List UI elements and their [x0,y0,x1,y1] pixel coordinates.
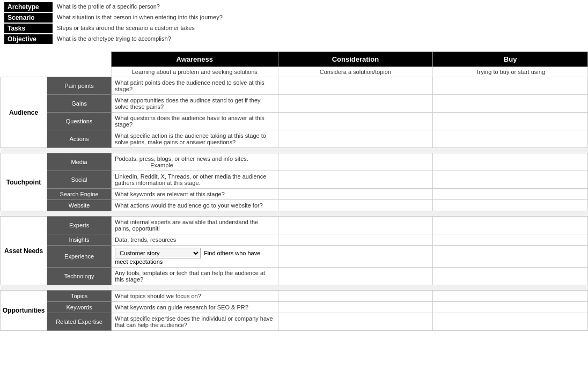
topics-buy [433,291,588,302]
sub-label-social: Social [47,171,112,189]
legend-row-archetype: Archetype What is the profile of a speci… [4,2,584,12]
sub-label-related-expertise: Related Expertise [47,313,112,331]
opportunities-group-label: Opportunities [1,291,47,331]
legend-row-scenario: Scenario What situation is that person i… [4,13,584,23]
pain-points-awareness: What paint points does the audience need… [112,77,278,95]
sub-label-website: Website [47,200,112,211]
social-consideration [278,171,433,189]
sep-3 [1,285,588,291]
legend-row-tasks: Tasks Steps or tasks around the scenario… [4,24,584,33]
experience-consideration [278,246,433,268]
legend-desc-tasks: Steps or tasks around the scenario a cus… [57,24,195,31]
col-sub-consideration: Considera a solution/topion [278,67,433,77]
col-sub-awareness: Learning about a problem and seeking sol… [112,67,278,77]
insights-awareness: Data, trends, resources [112,234,278,246]
legend-label-archetype: Archetype [4,2,53,12]
sep-1 [1,148,588,153]
gains-buy [433,95,588,113]
media-awareness-text: Podcats, press, blogs, or other news and… [115,156,248,162]
technology-consideration [278,268,433,285]
audience-questions-row: Questions What questions does the audien… [1,113,588,130]
legend-label-tasks: Tasks [4,24,53,33]
keywords-awareness: What keywords can guide research for SEO… [112,302,278,313]
asset-technology-row: Technology Any tools, templates or tech … [1,268,588,285]
touchpoint-group-label: Touchpoint [1,153,47,211]
sub-label-technology: Technology [47,268,112,285]
asset-experts-row: Asset Needs Experts What internal expert… [1,217,588,234]
legend-desc-objective: What is the archetype trying to accompli… [57,34,171,42]
sub-label-experience: Experience [47,246,112,268]
questions-consideration [278,113,433,130]
sep-2 [1,211,588,217]
asset-experience-row: Experience Customer story Case study Tes… [1,246,588,268]
social-buy [433,171,588,189]
sub-label-questions: Questions [47,113,112,130]
keywords-consideration [278,302,433,313]
technology-awareness: Any tools, templates or tech that can he… [112,268,278,285]
touchpoint-media-row: Touchpoint Media Podcats, press, blogs, … [1,153,588,171]
opp-topics-row: Opportunities Topics What topics should … [1,291,588,302]
gains-consideration [278,95,433,113]
legend-label-objective: Objective [4,34,53,44]
audience-pain-points-row: Audience Pain points What paint points d… [1,77,588,95]
sub-label-media: Media [47,153,112,171]
experts-buy [433,217,588,234]
sub-label-keywords: Keywords [47,302,112,313]
experience-awareness: Customer story Case study Testimonial Fi… [112,246,278,268]
opp-related-expertise-row: Related Expertise What specific expertis… [1,313,588,331]
actions-awareness: What specific action is the audience tak… [112,130,278,148]
media-consideration [278,153,433,171]
search-consideration [278,189,433,200]
media-awareness: Podcats, press, blogs, or other news and… [112,153,278,171]
legend-section: Archetype What is the profile of a speci… [0,0,588,47]
website-awareness: What actions would the audience go to yo… [112,200,278,211]
related-expertise-buy [433,313,588,331]
sub-label-gains: Gains [47,95,112,113]
media-awareness-example: Example [150,162,173,168]
col-header-buy: Buy [433,52,588,67]
touchpoint-search-row: Search Engine What keywords are relevant… [1,189,588,200]
experts-awareness: What internal experts are available that… [112,217,278,234]
sub-label-search-engine: Search Engine [47,189,112,200]
media-buy [433,153,588,171]
pain-points-consideration [278,77,433,95]
experts-consideration [278,217,433,234]
sub-label-insights: Insights [47,234,112,246]
sub-label-experts: Experts [47,217,112,234]
technology-buy [433,268,588,285]
sub-label-pain-points: Pain points [47,77,112,95]
topics-awareness: What topics should we focus on? [112,291,278,302]
questions-buy [433,113,588,130]
legend-row-objective: Objective What is the archetype trying t… [4,34,584,44]
website-buy [433,200,588,211]
search-buy [433,189,588,200]
social-awareness: LinkedIn, Reddit, X, Threads, or other m… [112,171,278,189]
insights-consideration [278,234,433,246]
asset-insights-row: Insights Data, trends, resources [1,234,588,246]
website-consideration [278,200,433,211]
pain-points-buy [433,77,588,95]
search-awareness: What keywords are relevant at this stage… [112,189,278,200]
legend-desc-scenario: What situation is that person in when en… [57,13,223,20]
touchpoint-social-row: Social LinkedIn, Reddit, X, Threads, or … [1,171,588,189]
legend-label-scenario: Scenario [4,13,53,23]
asset-needs-group-label: Asset Needs [1,217,47,285]
table-header: Awareness Consideration Buy Learning abo… [1,52,588,77]
keywords-buy [433,302,588,313]
sub-label-topics: Topics [47,291,112,302]
audience-gains-row: Gains What opportunities does the audinc… [1,95,588,113]
audience-actions-row: Actions What specific action is the audi… [1,130,588,148]
insights-buy [433,234,588,246]
touchpoint-website-row: Website What actions would the audience … [1,200,588,211]
actions-consideration [278,130,433,148]
experience-dropdown[interactable]: Customer story Case study Testimonial [115,248,201,258]
sub-label-actions: Actions [47,130,112,148]
experience-buy [433,246,588,268]
legend-desc-archetype: What is the profile of a specific person… [57,2,160,10]
col-header-awareness: Awareness [112,52,278,67]
actions-buy [433,130,588,148]
gains-awareness: What opportunities does the audince stan… [112,95,278,113]
questions-awareness: What questions does the audience have to… [112,113,278,130]
col-header-consideration: Consideration [278,52,433,67]
col-sub-buy: Trying to buy or start using [433,67,588,77]
